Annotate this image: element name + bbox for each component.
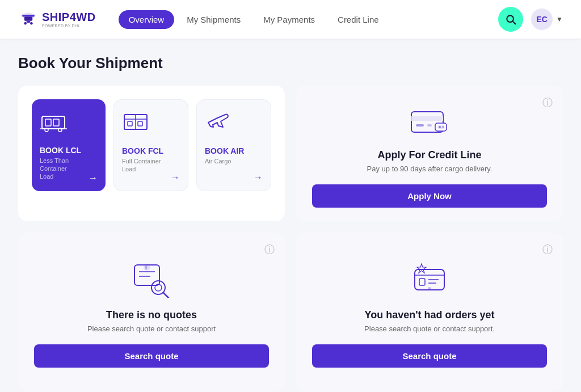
svg-point-4: [24, 22, 27, 25]
logo[interactable]: SHIP4WD POWERED BY DHL: [18, 11, 96, 28]
svg-point-5: [30, 22, 33, 25]
page-title: Book Your Shipment: [18, 54, 563, 72]
quotes-info-icon[interactable]: ⓘ: [264, 243, 275, 256]
svg-rect-23: [416, 124, 424, 127]
fcl-icon: [122, 110, 180, 136]
logo-wordmark: SHIP4WD: [42, 11, 96, 23]
book-shipment-card: BOOK LCL Less Than Container Load →: [18, 86, 285, 221]
orders-illustration: [407, 259, 452, 300]
book-lcl-option[interactable]: BOOK LCL Less Than Container Load →: [32, 99, 106, 191]
svg-rect-9: [45, 119, 51, 126]
search-quote-button-2[interactable]: Search quote: [312, 344, 547, 368]
nav-credit[interactable]: Credit Line: [327, 10, 389, 29]
svg-rect-1: [22, 15, 35, 17]
svg-text:i: i: [145, 264, 147, 271]
no-orders-card: ⓘ You haven't had orders yet Please sear…: [296, 233, 563, 391]
search-quote-button-1[interactable]: Search quote: [34, 344, 269, 368]
svg-rect-24: [427, 124, 432, 127]
svg-point-27: [439, 126, 441, 128]
logo-subtext: POWERED BY DHL: [42, 24, 96, 28]
credit-title: Apply For Credit Line: [377, 149, 481, 161]
info-icon[interactable]: ⓘ: [542, 96, 553, 109]
svg-rect-3: [26, 21, 30, 23]
fcl-title: BOOK FCL: [122, 146, 180, 156]
no-quotes-subtitle: Please search quote or contact support: [87, 324, 216, 333]
credit-line-card: ⓘ Apply For Credit Line Pay up to 90 day…: [296, 86, 563, 221]
lcl-title: BOOK LCL: [40, 146, 98, 155]
air-subtitle: Air Cargo: [205, 157, 263, 165]
svg-line-7: [513, 22, 516, 24]
no-orders-subtitle: Please search quote or contact support.: [364, 324, 495, 333]
svg-rect-39: [419, 279, 425, 285]
svg-point-35: [144, 264, 150, 271]
credit-illustration: [407, 102, 452, 140]
svg-rect-19: [128, 121, 132, 126]
book-air-option[interactable]: BOOK AIR Air Cargo →: [196, 99, 271, 191]
air-icon: [205, 110, 263, 136]
user-menu[interactable]: EC ▼: [531, 9, 563, 30]
nav-payments[interactable]: My Payments: [253, 10, 325, 29]
lcl-arrow-icon: →: [89, 173, 98, 183]
fcl-subtitle: Full Container Load: [122, 157, 180, 174]
quotes-illustration: i: [129, 259, 174, 300]
air-arrow-icon: →: [254, 172, 263, 183]
search-icon: [505, 14, 516, 25]
svg-rect-2: [24, 17, 32, 21]
header: SHIP4WD POWERED BY DHL Overview My Shipm…: [0, 0, 581, 39]
svg-rect-10: [53, 119, 59, 126]
credit-subtitle: Pay up to 90 days after cargo delivery.: [367, 165, 492, 173]
main-content: Book Your Shipment: [0, 39, 581, 392]
orders-info-icon[interactable]: ⓘ: [542, 243, 553, 256]
svg-rect-20: [138, 121, 142, 126]
apply-now-button[interactable]: Apply Now: [312, 184, 547, 208]
bottom-grid: ⓘ i There is no quotes Please search quo…: [18, 233, 563, 391]
book-options: BOOK LCL Less Than Container Load →: [32, 99, 271, 191]
svg-point-28: [442, 126, 444, 128]
svg-line-34: [163, 293, 169, 298]
no-quotes-card: ⓘ i There is no quotes Please search quo…: [18, 233, 285, 391]
search-button[interactable]: [498, 7, 523, 32]
air-title: BOOK AIR: [205, 146, 263, 156]
main-nav: Overview My Shipments My Payments Credit…: [119, 10, 498, 29]
header-right: EC ▼: [498, 7, 563, 32]
svg-rect-22: [411, 116, 443, 121]
top-grid: BOOK LCL Less Than Container Load →: [18, 86, 563, 221]
no-quotes-title: There is no quotes: [106, 309, 197, 321]
nav-shipments[interactable]: My Shipments: [176, 10, 251, 29]
lcl-icon: [40, 109, 98, 136]
nav-overview[interactable]: Overview: [119, 10, 175, 29]
no-orders-title: You haven't had orders yet: [365, 309, 495, 321]
fcl-arrow-icon: →: [171, 172, 180, 183]
logo-icon: [18, 11, 39, 27]
book-fcl-option[interactable]: BOOK FCL Full Container Load →: [113, 99, 188, 191]
avatar: EC: [531, 9, 553, 30]
svg-point-42: [428, 287, 431, 290]
chevron-down-icon: ▼: [556, 15, 563, 23]
